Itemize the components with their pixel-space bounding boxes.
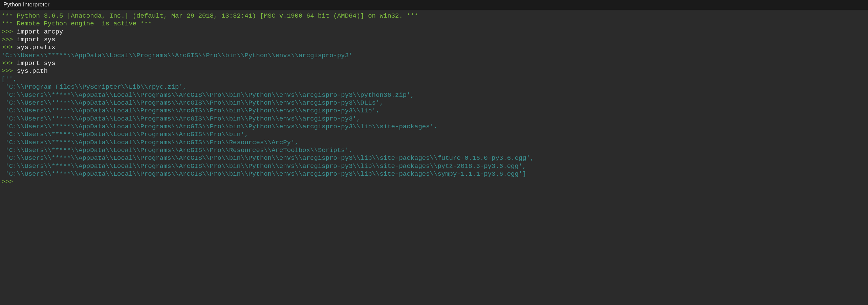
prompt: >>> (1, 60, 13, 67)
output-path-item: 'C:\\Users\\*****\\AppData\\Local\\Progr… (1, 131, 867, 138)
prompt: >>> (1, 28, 13, 36)
output-path-item: 'C:\\Users\\*****\\AppData\\Local\\Progr… (1, 154, 867, 162)
repl-line: >>> import sys (1, 60, 867, 67)
command-text: import sys (17, 36, 56, 43)
output-path-item: 'C:\\Users\\*****\\AppData\\Local\\Progr… (1, 99, 867, 107)
output-path-item: 'C:\\Users\\*****\\AppData\\Local\\Progr… (1, 162, 867, 170)
banner-line-2: *** Remote Python engine is active *** (1, 20, 867, 28)
command-text: import arcpy (17, 28, 63, 36)
output-path-item: 'C:\\Users\\*****\\AppData\\Local\\Progr… (1, 115, 867, 123)
repl-line: >>> import sys (1, 36, 867, 44)
title-bar: Python Interpreter (0, 0, 868, 10)
output-line: 'C:\\Users\\*****\\AppData\\Local\\Progr… (1, 52, 867, 60)
command-text: sys.prefix (17, 44, 56, 51)
output-path-item: 'C:\\Users\\*****\\AppData\\Local\\Progr… (1, 147, 867, 154)
prompt: >>> (1, 36, 13, 43)
output-path-item: 'C:\\Program Files\\PyScripter\\Lib\\rpy… (1, 83, 867, 91)
output-line: ['', (1, 75, 867, 83)
output-path-item: 'C:\\Users\\*****\\AppData\\Local\\Progr… (1, 139, 867, 147)
command-text: import sys (17, 60, 56, 67)
output-path-item: 'C:\\Users\\*****\\AppData\\Local\\Progr… (1, 123, 867, 131)
output-path-item: 'C:\\Users\\*****\\AppData\\Local\\Progr… (1, 107, 867, 115)
repl-line: >>> sys.prefix (1, 44, 867, 51)
command-text: sys.path (17, 67, 48, 75)
prompt: >>> (1, 178, 13, 186)
repl-line: >>> import arcpy (1, 28, 867, 36)
output-path-item: 'C:\\Users\\*****\\AppData\\Local\\Progr… (1, 91, 867, 99)
window-title: Python Interpreter (3, 1, 49, 8)
prompt: >>> (1, 67, 13, 75)
output-path-item: 'C:\\Users\\*****\\AppData\\Local\\Progr… (1, 170, 867, 178)
repl-prompt-empty[interactable]: >>> (1, 178, 867, 186)
terminal-output[interactable]: *** Python 3.6.5 |Anaconda, Inc.| (defau… (0, 10, 868, 188)
banner-line-1: *** Python 3.6.5 |Anaconda, Inc.| (defau… (1, 12, 867, 20)
repl-line: >>> sys.path (1, 67, 867, 75)
prompt: >>> (1, 44, 13, 51)
